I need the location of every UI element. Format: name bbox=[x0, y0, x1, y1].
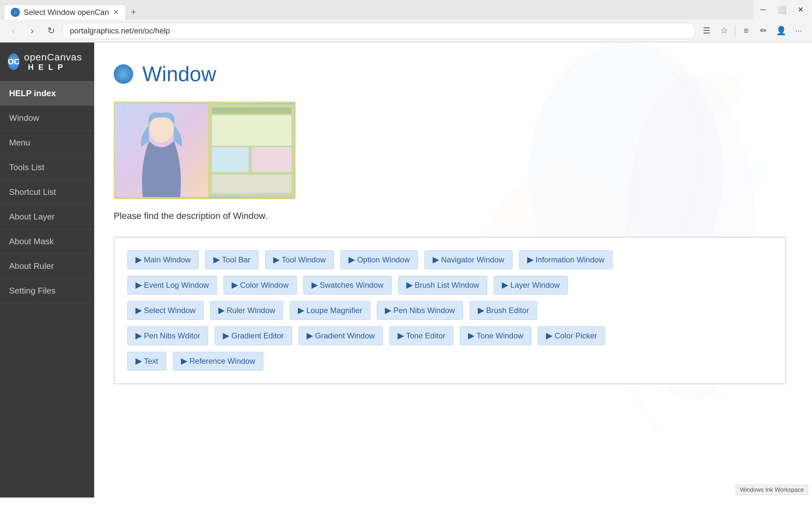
sidebar: OC openCanvas H E L P HELP index Window … bbox=[0, 42, 94, 497]
windows-ink-badge: Windows Ink Workspace bbox=[736, 485, 808, 495]
logo-app-name: openCanvas bbox=[24, 52, 82, 62]
link-brush-editor[interactable]: ▶ Brush Editor bbox=[470, 301, 537, 320]
link-event-log-window[interactable]: ▶ Event Log Window bbox=[127, 276, 217, 294]
link-tool-bar[interactable]: ▶ Tool Bar bbox=[205, 250, 259, 269]
svg-rect-11 bbox=[252, 147, 292, 172]
new-tab-button[interactable]: + bbox=[126, 4, 141, 20]
page-title: Window bbox=[142, 62, 216, 86]
tab-title: Select Window openCan bbox=[24, 8, 109, 17]
page-title-row: Window bbox=[114, 62, 786, 86]
links-row-2: ▶ Event Log Window ▶ Color Window ▶ Swat… bbox=[127, 276, 772, 294]
minimize-button[interactable]: ─ bbox=[754, 3, 772, 17]
link-color-picker[interactable]: ▶ Color Picker bbox=[538, 326, 605, 345]
illustration-right bbox=[208, 103, 295, 198]
link-layer-window[interactable]: ▶ Layer Window bbox=[494, 276, 568, 294]
forward-button[interactable]: › bbox=[24, 23, 40, 39]
link-brush-list-window[interactable]: ▶ Brush List Window bbox=[398, 276, 488, 294]
sidebar-item-about-mask[interactable]: About Mask bbox=[0, 229, 94, 254]
arrow-icon: ▶ bbox=[406, 281, 412, 290]
svg-rect-9 bbox=[212, 115, 292, 146]
svg-rect-8 bbox=[212, 108, 292, 114]
arrow-icon: ▶ bbox=[181, 356, 187, 366]
reader-mode-button[interactable]: ☰ bbox=[698, 23, 715, 39]
content-area: Window bbox=[94, 42, 812, 497]
sidebar-item-about-ruler[interactable]: About Ruler bbox=[0, 254, 94, 279]
ui-panel-art bbox=[209, 103, 295, 198]
logo-help-text: H E L P bbox=[28, 63, 64, 71]
link-tone-editor[interactable]: ▶ Tone Editor bbox=[389, 326, 454, 345]
pen-button[interactable]: ✏ bbox=[755, 23, 772, 39]
arrow-icon: ▶ bbox=[136, 331, 141, 340]
arrow-icon: ▶ bbox=[232, 281, 237, 290]
close-button[interactable]: ✕ bbox=[792, 3, 809, 17]
arrow-icon: ▶ bbox=[307, 331, 313, 340]
sidebar-logo: OC openCanvas H E L P bbox=[0, 42, 94, 81]
address-bar[interactable]: portalgraphics.net/en/oc/help bbox=[62, 23, 696, 39]
link-loupe-magnifier[interactable]: ▶ Loupe Magnifier bbox=[290, 301, 370, 320]
logo-icon: OC bbox=[8, 53, 20, 70]
arrow-icon: ▶ bbox=[385, 306, 391, 315]
link-swatches-window[interactable]: ▶ Swatches Window bbox=[303, 276, 392, 294]
svg-rect-12 bbox=[212, 175, 292, 193]
arrow-icon: ▶ bbox=[546, 331, 552, 340]
link-reference-window[interactable]: ▶ Reference Window bbox=[173, 352, 263, 371]
illustration-left bbox=[115, 103, 208, 198]
link-tool-window[interactable]: ▶ Tool Window bbox=[265, 250, 334, 269]
links-row-5: ▶ Text ▶ Reference Window bbox=[127, 352, 772, 371]
link-color-window[interactable]: ▶ Color Window bbox=[224, 276, 296, 294]
links-row-1: ▶ Main Window ▶ Tool Bar ▶ Tool Window bbox=[127, 250, 772, 269]
arrow-icon: ▶ bbox=[398, 331, 403, 340]
arrow-icon: ▶ bbox=[433, 255, 438, 264]
illustration-box bbox=[114, 102, 296, 199]
maximize-button[interactable]: ⬜ bbox=[773, 3, 790, 17]
arrow-icon: ▶ bbox=[468, 331, 474, 340]
tab-close-button[interactable]: ✕ bbox=[113, 8, 119, 17]
arrow-icon: ▶ bbox=[136, 255, 141, 264]
sidebar-item-tools-list[interactable]: Tools List bbox=[0, 155, 94, 180]
arrow-icon: ▶ bbox=[136, 356, 141, 366]
links-box: ▶ Main Window ▶ Tool Bar ▶ Tool Window bbox=[114, 237, 786, 384]
link-main-window[interactable]: ▶ Main Window bbox=[127, 250, 199, 269]
arrow-icon: ▶ bbox=[218, 306, 224, 315]
link-pen-nibs-window[interactable]: ▶ Pen Nibs Window bbox=[377, 301, 463, 320]
more-button[interactable]: ··· bbox=[790, 23, 807, 39]
sidebar-item-setting-files[interactable]: Setting Files bbox=[0, 279, 94, 303]
arrow-icon: ▶ bbox=[298, 306, 304, 315]
arrow-icon: ▶ bbox=[349, 255, 354, 264]
link-navigator-window[interactable]: ▶ Navigator Window bbox=[425, 250, 513, 269]
arrow-icon: ▶ bbox=[312, 281, 317, 290]
arrow-icon: ▶ bbox=[527, 255, 533, 264]
link-text[interactable]: ▶ Text bbox=[127, 352, 166, 371]
links-row-3: ▶ Select Window ▶ Ruler Window ▶ Loupe M… bbox=[127, 301, 772, 320]
sidebar-item-shortcut-list[interactable]: Shortcut List bbox=[0, 180, 94, 205]
arrow-icon: ▶ bbox=[136, 281, 141, 290]
arrow-icon: ▶ bbox=[223, 331, 229, 340]
sidebar-item-menu[interactable]: Menu bbox=[0, 131, 94, 155]
links-row-4: ▶ Pen Nibs Wditor ▶ Gradient Editor ▶ Gr… bbox=[127, 326, 772, 345]
link-tone-window[interactable]: ▶ Tone Window bbox=[460, 326, 531, 345]
arrow-icon: ▶ bbox=[502, 281, 508, 290]
svg-rect-10 bbox=[212, 147, 249, 172]
bookmark-button[interactable]: ☆ bbox=[716, 23, 732, 39]
description-text: Please find the description of Window. bbox=[114, 211, 786, 221]
link-gradient-window[interactable]: ▶ Gradient Window bbox=[298, 326, 383, 345]
active-tab[interactable]: Select Window openCan ✕ bbox=[4, 4, 126, 20]
anime-art bbox=[115, 103, 208, 198]
link-information-window[interactable]: ▶ Information Window bbox=[519, 250, 613, 269]
arrow-icon: ▶ bbox=[273, 255, 279, 264]
sidebar-item-window[interactable]: Window bbox=[0, 106, 94, 131]
link-ruler-window[interactable]: ▶ Ruler Window bbox=[210, 301, 283, 320]
arrow-icon: ▶ bbox=[213, 255, 219, 264]
menu-button[interactable]: ≡ bbox=[738, 23, 754, 39]
link-select-window[interactable]: ▶ Select Window bbox=[127, 301, 204, 320]
tab-favicon bbox=[11, 8, 20, 17]
back-button[interactable]: ‹ bbox=[5, 23, 22, 39]
link-gradient-editor[interactable]: ▶ Gradient Editor bbox=[215, 326, 292, 345]
link-option-window[interactable]: ▶ Option Window bbox=[340, 250, 418, 269]
refresh-button[interactable]: ↻ bbox=[43, 23, 59, 39]
page-icon bbox=[114, 64, 133, 84]
link-pen-nibs-wditor[interactable]: ▶ Pen Nibs Wditor bbox=[127, 326, 208, 345]
profile-button[interactable]: 👤 bbox=[773, 23, 789, 39]
sidebar-item-about-layer[interactable]: About Layer bbox=[0, 205, 94, 229]
sidebar-item-help-index[interactable]: HELP index bbox=[0, 81, 94, 106]
